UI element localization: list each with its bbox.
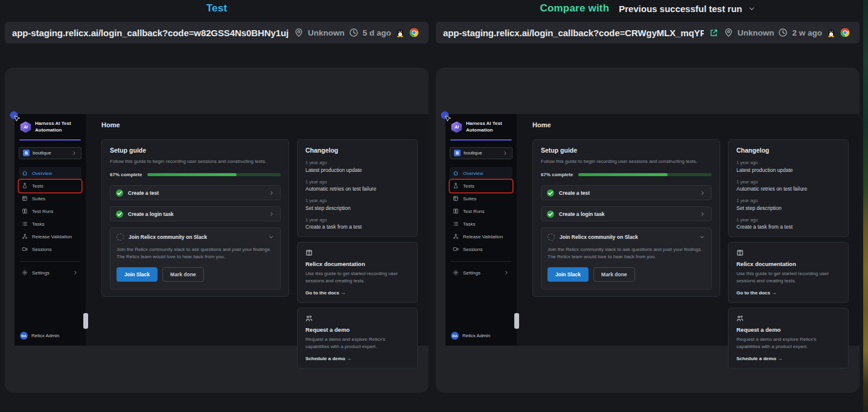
changelog-entry: 1 year agoSet step description — [736, 198, 840, 211]
progress-label: 67% complete — [110, 172, 142, 177]
changelog-entry: 1 year agoLatest production update — [305, 160, 409, 173]
join-slack-button[interactable]: Join Slack — [116, 267, 158, 282]
sidebar-item-release-validation[interactable]: Release Validation — [450, 230, 512, 243]
sidebar-item-label: Release Validation — [463, 234, 503, 239]
chevron-right-icon — [700, 190, 706, 196]
chevron-right-icon — [502, 150, 508, 156]
user-account[interactable]: RA Relicx Admin — [19, 331, 81, 341]
schedule-demo-link[interactable]: Schedule a demo → — [305, 356, 409, 361]
setup-step[interactable]: Create a login task — [110, 206, 281, 221]
chevron-right-icon — [269, 190, 275, 196]
go-to-docs-link[interactable]: Go to the docs → — [736, 290, 840, 296]
demo-card: Request a demo Request a demo and explor… — [728, 308, 849, 369]
book-icon — [305, 249, 313, 256]
page-title: Home — [532, 121, 849, 128]
linux-os-icon — [395, 28, 405, 37]
sidebar-item-label: Tests — [463, 183, 474, 189]
sidebar-collapse-handle[interactable] — [83, 313, 88, 329]
user-account[interactable]: RA Relicx Admin — [450, 331, 512, 341]
sidebar-item-tasks[interactable]: Tasks — [450, 218, 512, 230]
clock-icon — [778, 28, 788, 37]
app-main: Home Setup guide Follow this guide to be… — [86, 114, 429, 346]
sidebar-item-overview[interactable]: Overview — [450, 167, 512, 180]
location-pin-icon — [294, 28, 304, 37]
unchecked-circle-icon — [116, 233, 124, 241]
sidebar-item-settings[interactable]: Settings — [450, 267, 512, 279]
changelog-entry-title: Set step description — [305, 205, 409, 211]
setup-step-description: Join the Relicx community slack to ask q… — [547, 246, 705, 261]
changelog-entry-time: 1 year ago — [736, 198, 840, 203]
changelog-entry-time: 1 year ago — [305, 160, 409, 165]
sidebar-item-label: Sessions — [32, 247, 51, 252]
changelog-title: Changelog — [736, 147, 840, 154]
sidebar-item-sessions[interactable]: Sessions — [450, 243, 512, 256]
chevron-down-icon — [268, 234, 274, 240]
changelog-entry-title: Latest production update — [305, 167, 409, 173]
progress-label: 67% complete — [541, 172, 573, 177]
users-icon — [305, 315, 313, 322]
docs-card: Relicx documentation Use this guide to g… — [297, 242, 418, 303]
sidebar-accent-divider — [450, 139, 512, 141]
schedule-demo-link[interactable]: Schedule a demo → — [736, 356, 840, 361]
url-bar[interactable]: app-staging.relicx.ai/login_callback?cod… — [5, 22, 429, 43]
setup-guide-title: Setup guide — [110, 147, 281, 154]
sidebar-item-test-runs[interactable]: Test Runs — [450, 205, 512, 218]
chevron-right-icon — [503, 270, 509, 276]
sidebar-item-sessions[interactable]: Sessions — [19, 243, 81, 256]
changelog-title: Changelog — [305, 147, 409, 154]
sidebar-item-overview[interactable]: Overview — [19, 167, 81, 180]
sidebar-divider — [20, 261, 80, 262]
sidebar-item-suites[interactable]: Suites — [19, 192, 81, 205]
check-icon — [547, 189, 554, 197]
setup-step-expanded[interactable]: Join Relicx community on Slack Join the … — [541, 227, 712, 290]
avatar: RA — [20, 332, 28, 340]
project-selector[interactable]: B boutique — [19, 147, 81, 159]
sidebar-item-suites[interactable]: Suites — [450, 192, 512, 205]
sidebar-item-release-validation[interactable]: Release Validation — [19, 230, 81, 243]
mark-done-button[interactable]: Mark done — [162, 267, 204, 282]
sidebar-item-settings[interactable]: Settings — [19, 267, 81, 279]
external-link-icon[interactable] — [709, 28, 718, 37]
chevron-right-icon — [71, 150, 77, 156]
mark-done-button[interactable]: Mark done — [593, 267, 635, 282]
go-to-docs-link[interactable]: Go to the docs → — [305, 290, 409, 296]
compare-run-dropdown[interactable]: Previous successful test run — [619, 4, 755, 14]
flask-icon — [453, 183, 459, 189]
sidebar-item-label: Release Validation — [32, 234, 72, 239]
setup-step[interactable]: Create a test — [541, 185, 712, 200]
sidebar-collapse-handle[interactable] — [514, 313, 519, 329]
chevron-right-icon — [269, 211, 275, 217]
chrome-browser-icon — [409, 28, 419, 37]
setup-step-label: Create a login task — [128, 211, 174, 217]
sidebar-item-tests[interactable]: Tests — [450, 180, 512, 192]
sidebar-item-label: Settings — [32, 270, 49, 276]
demo-card-title: Request a demo — [736, 326, 840, 333]
setup-step-label: Create a test — [128, 190, 159, 196]
changelog-list: 1 year agoLatest production update1 year… — [736, 160, 840, 230]
url-bar[interactable]: app-staging.relicx.ai/login_callback?cod… — [436, 22, 860, 43]
changelog-entry-title: Create a task from a test — [736, 224, 840, 230]
sidebar-item-label: Test Runs — [32, 209, 54, 214]
sidebar-item-test-runs[interactable]: Test Runs — [19, 205, 81, 218]
chevron-right-icon — [700, 211, 706, 217]
changelog-card: Changelog 1 year agoLatest production up… — [297, 139, 418, 237]
setup-step[interactable]: Create a test — [110, 185, 281, 200]
project-selector[interactable]: B boutique — [450, 147, 512, 159]
setup-steps: Create a testCreate a login task — [541, 185, 712, 221]
changelog-entry: 1 year agoLatest production update — [736, 160, 840, 173]
screenshot-panel: AI Harness AI Test Automation B boutique… — [5, 68, 429, 393]
setup-step-expanded[interactable]: Join Relicx community on Slack Join the … — [110, 227, 281, 290]
progress-bar-fill — [578, 173, 668, 176]
changelog-entry-time: 1 year ago — [305, 179, 409, 185]
home-icon — [453, 170, 459, 176]
sidebar-item-label: Overview — [32, 171, 52, 176]
setup-step[interactable]: Create a login task — [541, 206, 712, 221]
join-slack-button[interactable]: Join Slack — [547, 267, 589, 282]
users-icon — [736, 315, 744, 322]
sidebar-item-tests[interactable]: Tests — [19, 180, 81, 192]
sessions-icon — [453, 246, 459, 252]
changelog-entry-title: Latest production update — [736, 167, 840, 173]
docs-card: Relicx documentation Use this guide to g… — [728, 242, 849, 303]
project-badge: B — [454, 150, 461, 156]
sidebar-item-tasks[interactable]: Tasks — [19, 218, 81, 230]
